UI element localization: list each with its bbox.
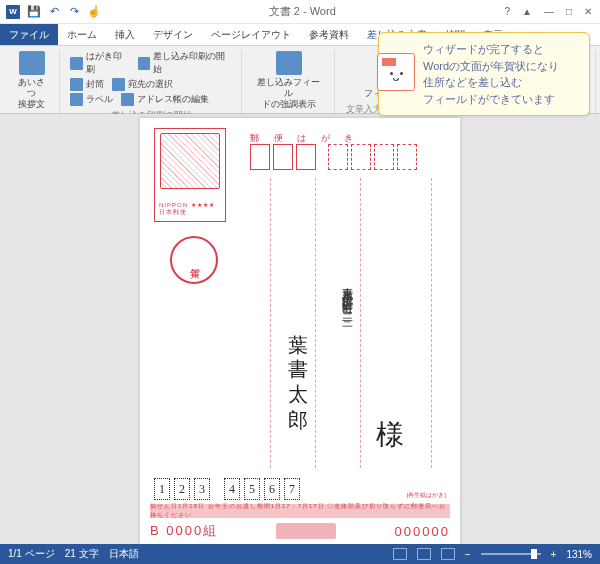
stamp-label: NIPPON ★★★★ 日本郵便 [159, 201, 221, 217]
lotto-digit: 7 [284, 478, 300, 500]
recipient-address-field[interactable]: 東京都千代田区富町 一ー二ー三 [340, 278, 355, 311]
postcard-icon [70, 57, 83, 70]
tab-insert[interactable]: 挿入 [106, 24, 144, 45]
tab-references[interactable]: 参考資料 [300, 24, 358, 45]
zip-box[interactable] [328, 144, 348, 170]
bottom-numbers: B 0000組 000000 [150, 522, 450, 540]
greeting-label2: 挨拶文 [18, 99, 45, 110]
callout-line: フィールドができています [423, 91, 579, 108]
lottery-info-strip: 抽せん日1月18日 お年玉のお渡し期間1月17・7月17日 ◇道路部及び切り取ら… [150, 504, 450, 518]
zoom-level[interactable]: 131% [566, 549, 592, 560]
ribbon-group-highlight: 差し込みフィール ドの強調表示 [244, 49, 335, 113]
guide-line [315, 178, 316, 468]
envelope-label: 封筒 [86, 78, 104, 91]
status-page[interactable]: 1/1 ページ [8, 547, 55, 561]
group-number: B 0000組 [150, 522, 218, 540]
tip-callout: ウィザードが完了すると Wordの文面が年賀状になり 住所などを差し込む フィー… [378, 32, 590, 116]
edit-list-button[interactable]: アドレス帳の編集 [119, 92, 211, 107]
start-merge-label: 差し込み印刷の開始 [153, 50, 232, 76]
zoom-in-button[interactable]: + [551, 549, 557, 560]
lotto-digit: 3 [194, 478, 210, 500]
close-button[interactable]: ✕ [582, 6, 594, 17]
tab-home[interactable]: ホーム [58, 24, 106, 45]
save-icon[interactable]: 💾 [26, 4, 42, 20]
zoom-out-button[interactable]: − [465, 549, 471, 560]
zip-box[interactable] [250, 144, 270, 170]
app-icon: W [6, 5, 20, 19]
window-title: 文書 2 - Word [102, 4, 502, 19]
lotto-digit: 2 [174, 478, 190, 500]
status-lang[interactable]: 日本語 [109, 547, 139, 561]
zip-box[interactable] [397, 144, 417, 170]
zip-sep [319, 144, 325, 170]
list-icon [121, 93, 134, 106]
window-controls: ? ▲ — □ ✕ [502, 6, 594, 17]
guide-line [360, 178, 361, 468]
postcard-page[interactable]: NIPPON ★★★★ 日本郵便 年賀 郵 便 は が き 東京都千代田区富町 … [140, 118, 460, 544]
select-label: 宛先の選択 [128, 78, 173, 91]
touch-mode-icon[interactable]: ☝ [86, 4, 102, 20]
callout-line: ウィザードが完了すると [423, 41, 579, 58]
zip-boxes[interactable] [250, 144, 417, 170]
lotto-digit: 1 [154, 478, 170, 500]
guide-line [270, 178, 271, 468]
label-label: ラベル [86, 93, 113, 106]
lottery-numbers: 1 2 3 4 5 6 7 [154, 478, 300, 500]
minimize-button[interactable]: — [542, 6, 556, 17]
lotto-digit: 5 [244, 478, 260, 500]
start-merge-button[interactable]: 差し込み印刷の開始 [136, 49, 235, 77]
select-recipients-button[interactable]: 宛先の選択 [110, 77, 175, 92]
postcard-print-button[interactable]: はがき印刷 [68, 49, 132, 77]
greeting-button[interactable]: あいさつ挨拶文 [10, 49, 53, 111]
redo-icon[interactable]: ↷ [66, 4, 82, 20]
ribbon-group-start-merge: はがき印刷 差し込み印刷の開始 封筒 宛先の選択 ラベル アドレス帳の編集 差し… [62, 49, 241, 113]
serial-number: 000000 [395, 524, 450, 539]
mascot-icon [377, 53, 415, 91]
view-readmode-icon[interactable] [393, 548, 407, 560]
callout-line: Wordの文面が年賀状になり [423, 58, 579, 75]
edit-label: アドレス帳の編集 [137, 93, 209, 106]
title-bar: W 💾 ↶ ↷ ☝ 文書 2 - Word ? ▲ — □ ✕ [0, 0, 600, 24]
greeting-label: あいさつ [14, 77, 49, 99]
highlight-label: 差し込みフィール ドの強調表示 [254, 77, 324, 109]
ribbon-group-create: あいさつ挨拶文 作成 [4, 49, 60, 113]
tab-page-layout[interactable]: ページレイアウト [202, 24, 300, 45]
zip-box[interactable] [351, 144, 371, 170]
envelope-button[interactable]: 封筒 [68, 77, 106, 92]
zip-box[interactable] [296, 144, 316, 170]
tab-file[interactable]: ファイル [0, 24, 58, 45]
merge-icon [138, 57, 151, 70]
label-icon [70, 93, 83, 106]
stamp-box: NIPPON ★★★★ 日本郵便 [154, 128, 226, 222]
help-button[interactable]: ? [502, 6, 512, 17]
tab-design[interactable]: デザイン [144, 24, 202, 45]
guide-line [431, 178, 432, 468]
greeting-icon [19, 51, 45, 75]
label-button[interactable]: ラベル [68, 92, 115, 107]
highlight-fields-button[interactable]: 差し込みフィール ドの強調表示 [250, 49, 328, 111]
zoom-slider[interactable] [481, 553, 541, 555]
recipient-name-field[interactable]: 葉 書 太 郎 [285, 318, 312, 403]
callout-line: 住所などを差し込む [423, 74, 579, 91]
otoshidama-icon [276, 523, 336, 539]
postcard-label: はがき印刷 [86, 50, 130, 76]
stamp-image [160, 133, 220, 189]
highlight-icon [276, 51, 302, 75]
ribbon-collapse-button[interactable]: ▲ [520, 6, 534, 17]
recycle-note: [再生紙はがき] [407, 491, 446, 500]
view-print-icon[interactable] [417, 548, 431, 560]
status-bar: 1/1 ページ 21 文字 日本語 − + 131% [0, 544, 600, 564]
zip-box[interactable] [374, 144, 394, 170]
document-canvas[interactable]: NIPPON ★★★★ 日本郵便 年賀 郵 便 は が き 東京都千代田区富町 … [0, 114, 600, 544]
undo-icon[interactable]: ↶ [46, 4, 62, 20]
lotto-digit: 4 [224, 478, 240, 500]
lotto-digit: 6 [264, 478, 280, 500]
view-web-icon[interactable] [441, 548, 455, 560]
maximize-button[interactable]: □ [564, 6, 574, 17]
status-words[interactable]: 21 文字 [65, 547, 99, 561]
zip-box[interactable] [273, 144, 293, 170]
honorific-field[interactable]: 様 [370, 398, 408, 404]
nenga-round-stamp: 年賀 [170, 236, 218, 284]
quick-access-toolbar: 💾 ↶ ↷ ☝ [26, 4, 102, 20]
lotto-sep [214, 478, 220, 500]
